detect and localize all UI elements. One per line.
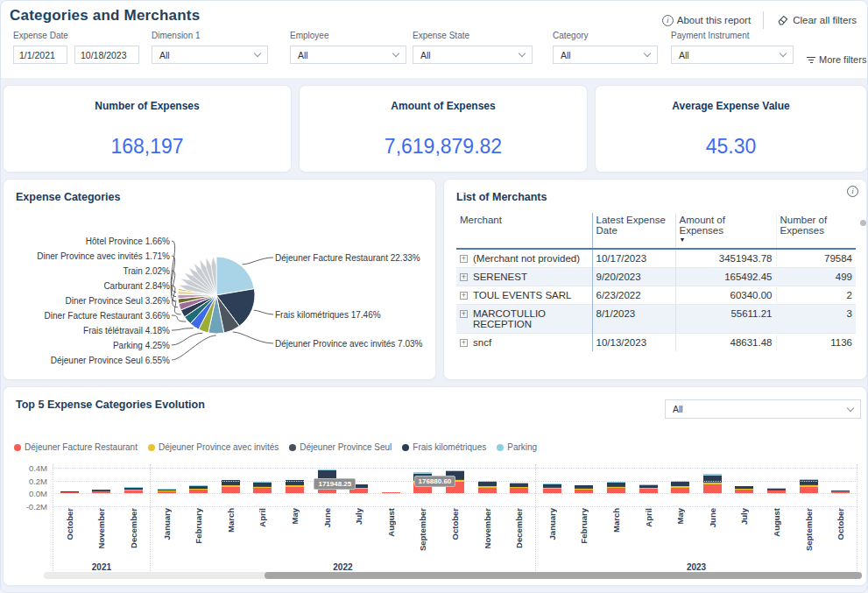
x-axis-month-label: April [632, 508, 665, 562]
employee-dropdown[interactable]: All [290, 46, 406, 64]
legend-item[interactable]: Déjeuner Province avec invités [148, 442, 279, 452]
column-header[interactable]: Amount of Expenses▼ [675, 213, 776, 249]
pie-slice-label: Déjeuner Province avec invités 7.03% [275, 339, 422, 349]
kpi-title: Number of Expenses [4, 100, 291, 112]
y-axis-tick-label: 0.2M [12, 476, 47, 485]
legend-item[interactable]: Parking [497, 442, 537, 452]
x-axis-month-label: September [793, 508, 825, 562]
legend-dot [289, 444, 296, 451]
stacked-bar[interactable] [735, 486, 753, 493]
dropdown-value: All [673, 404, 683, 414]
stacked-bar[interactable] [478, 481, 497, 493]
sort-descending-icon: ▼ [680, 237, 773, 243]
table-row[interactable]: +SERENEST9/20/2023165492.45499 [456, 268, 856, 286]
amount-of-expenses: 48631.48 [675, 334, 776, 352]
stacked-bar[interactable] [575, 485, 593, 493]
pie-slice-label: Diner Province Seul 3.26% [65, 296, 170, 306]
stacked-bar[interactable] [253, 482, 272, 493]
clear-all-filters-button[interactable]: Clear all filters [776, 14, 857, 26]
pie-callout-line [254, 310, 273, 314]
merchant-name: SERENEST [473, 272, 586, 282]
legend-item[interactable]: Déjeuner Province Seul [289, 442, 392, 452]
filter-label: Dimension 1 [152, 31, 268, 40]
kpi-value: 45.30 [596, 135, 866, 159]
bar-data-label: 176880.60 [414, 476, 456, 487]
legend-dot [497, 444, 504, 451]
x-axis-month-label: August [375, 508, 407, 562]
filter-funnel-icon [807, 57, 815, 63]
stacked-bar[interactable] [510, 483, 528, 493]
dashboard-page: Categories and Merchants i About this re… [0, 0, 868, 593]
filter-label: Employee [290, 31, 406, 40]
pie-slice-label: Hôtel Province 1.66% [86, 236, 170, 246]
x-axis-month-label: October [824, 508, 857, 562]
x-axis-month-label: February [182, 508, 215, 562]
latest-expense-date: 6/23/2022 [592, 286, 675, 305]
merchant-name: (Merchant not provided) [473, 253, 586, 264]
horizontal-scrollbar-thumb[interactable] [265, 572, 862, 579]
category-dropdown[interactable]: All [553, 46, 658, 64]
y-axis-tick-label: 0.4M [12, 463, 47, 473]
stacked-bar[interactable] [543, 484, 561, 493]
table-row[interactable]: +sncf10/13/202348631.481136 [456, 334, 856, 352]
legend-item[interactable]: Déjeuner Facture Restaurant [14, 442, 138, 452]
expense-state-dropdown[interactable]: All [413, 46, 533, 64]
amount-of-expenses: 165492.45 [675, 268, 776, 286]
expand-icon[interactable]: + [460, 273, 468, 281]
amount-of-expenses: 55611.21 [675, 305, 776, 334]
about-report-button[interactable]: i About this report [662, 15, 751, 26]
column-header[interactable]: Merchant [456, 213, 592, 249]
expand-icon[interactable]: + [460, 255, 468, 263]
stacked-bar[interactable] [286, 480, 304, 493]
stacked-bar[interactable] [639, 484, 658, 493]
pie-callout-line [172, 335, 216, 360]
legend-item[interactable]: Frais kilométriques [402, 442, 486, 452]
legend-label: Déjeuner Province avec invités [159, 442, 279, 452]
stacked-bar[interactable] [800, 479, 818, 493]
number-of-expenses: 2 [776, 286, 856, 305]
pie-chart[interactable]: Déjeuner Facture Restaurant 22.33%Frais … [7, 212, 434, 378]
filter-employee: Employee All [290, 31, 406, 64]
pie-slice-label: Frais kilométriques 17.46% [275, 310, 381, 320]
x-axis-month-label: February [568, 508, 601, 562]
kpi-value: 7,619,879.82 [300, 135, 587, 159]
evolution-filter-dropdown[interactable]: All [665, 399, 861, 419]
amount-of-expenses: 3451943.78 [675, 249, 776, 268]
merchant-name: MARCOTULLIO RECEPTION [473, 308, 586, 329]
expense-date-from-input[interactable] [13, 46, 67, 64]
info-icon[interactable]: i [847, 186, 858, 197]
chevron-down-icon [780, 50, 787, 57]
pie-slice-label: Diner Facture Restaurant 3.66% [45, 311, 170, 321]
number-of-expenses: 3 [776, 305, 856, 334]
horizontal-scrollbar[interactable] [44, 572, 862, 579]
expand-icon[interactable]: + [460, 310, 468, 318]
expand-icon[interactable]: + [460, 339, 468, 347]
x-axis-month-label: October [439, 508, 471, 562]
table-row[interactable]: +TOUL EVENTS SARL6/23/202260340.002 [456, 286, 856, 305]
stacked-bar[interactable] [671, 481, 689, 493]
pie-slice-label: Déjeuner Province Seul 6.55% [51, 356, 170, 365]
pie-callout-line [233, 332, 273, 343]
stacked-bar[interactable] [222, 480, 240, 493]
column-header[interactable]: Number of Expenses [776, 213, 856, 249]
chevron-down-icon [847, 404, 854, 411]
stacked-bar[interactable] [189, 485, 208, 493]
x-axis-month-label: April [247, 508, 279, 562]
table-row[interactable]: +(Merchant not provided)10/17/2023345194… [456, 249, 856, 268]
x-axis-month-label: January [536, 508, 568, 562]
vertical-scrollbar-thumb[interactable] [860, 220, 866, 226]
column-header[interactable]: Latest Expense Date [592, 213, 675, 249]
merchants-card-title: List of Merchants [456, 191, 547, 203]
expand-icon[interactable]: + [460, 292, 468, 300]
table-row[interactable]: +MARCOTULLIO RECEPTION8/1/202355611.213 [456, 305, 856, 334]
filter-label: Payment Instrument [671, 31, 794, 40]
dimension-1-dropdown[interactable]: All [152, 46, 268, 64]
stacked-bar[interactable] [703, 474, 722, 493]
x-axis-month-label: January [151, 508, 183, 562]
latest-expense-date: 9/20/2023 [592, 268, 675, 286]
gridline [53, 493, 857, 494]
stacked-bar[interactable] [607, 482, 625, 493]
expense-date-to-input[interactable] [74, 46, 139, 64]
payment-instrument-dropdown[interactable]: All [671, 46, 794, 64]
more-filters-button[interactable]: More filters [807, 54, 866, 65]
